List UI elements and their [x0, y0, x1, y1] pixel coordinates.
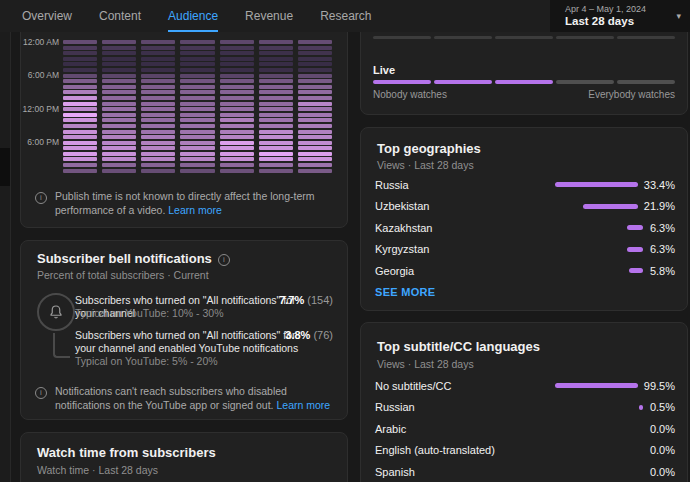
heatmap-cell: [63, 146, 97, 150]
publish-time-note: Publish time is not known to directly af…: [55, 189, 331, 217]
learn-more-link[interactable]: Learn more: [276, 399, 330, 411]
partial-slider[interactable]: [373, 36, 675, 39]
heatmap-cell: [259, 79, 293, 83]
heatmap-cell: [102, 130, 136, 134]
slider-segment[interactable]: [434, 80, 492, 84]
heatmap-cell: [259, 135, 293, 139]
heatmap-cell: [220, 141, 254, 145]
slider-segment[interactable]: [373, 36, 431, 39]
live-slider-ends: Nobody watches Everybody watches: [373, 89, 675, 100]
live-slider[interactable]: [373, 80, 675, 84]
card-subtitle: Watch time · Last 28 days: [37, 464, 158, 476]
tab-revenue[interactable]: Revenue: [245, 0, 293, 32]
heatmap-row: [63, 169, 332, 173]
heatmap-row: [63, 46, 332, 50]
heatmap-cell: [259, 163, 293, 167]
slider-segment[interactable]: [556, 80, 614, 84]
heatmap-cell: [141, 90, 175, 94]
stat-label: No subtitles/CC: [375, 380, 553, 392]
heatmap-cell: [220, 152, 254, 156]
stat-bar: [629, 268, 643, 273]
card-title: Watch time from subscribers: [37, 445, 216, 460]
heatmap-cell: [180, 107, 214, 111]
heatmap-cell: [298, 124, 332, 128]
top-subtitle-languages-card: Top subtitle/CC languages Views · Last 2…: [360, 322, 688, 482]
heatmap-cell: [298, 85, 332, 89]
heatmap-cell: [102, 163, 136, 167]
slider-segment[interactable]: [556, 36, 614, 39]
heatmap-cell: [141, 40, 175, 44]
heatmap-row: [63, 79, 332, 83]
publish-time-heatmap[interactable]: [63, 40, 332, 173]
slider-segment[interactable]: [495, 80, 553, 84]
heatmap-cell: [63, 51, 97, 55]
top-geographies-card: Top geographies Views · Last 28 days Rus…: [360, 127, 688, 311]
bell-row-value: 3.8% (76): [285, 329, 333, 341]
slider-segment[interactable]: [434, 36, 492, 39]
heatmap-cell: [102, 90, 136, 94]
heatmap-cell: [298, 118, 332, 122]
heatmap-cell: [141, 124, 175, 128]
heatmap-cell: [220, 113, 254, 117]
stat-label: Kyrgyzstan: [375, 243, 558, 255]
heatmap-cell: [259, 62, 293, 66]
tab-audience[interactable]: Audience: [168, 0, 218, 32]
stat-bar-track: [553, 182, 638, 187]
heatmap-cell: [180, 157, 214, 161]
heatmap-cell: [220, 107, 254, 111]
heatmap-cell: [220, 118, 254, 122]
subtitle-row: English (auto-translated)0.0%: [375, 440, 675, 462]
stat-bar-track: [553, 383, 638, 388]
scrollbar-thumb[interactable]: [0, 148, 10, 186]
see-more-button[interactable]: SEE MORE: [375, 286, 435, 298]
slider-segment[interactable]: [617, 36, 675, 39]
heatmap-cell: [102, 157, 136, 161]
heatmap-cell: [180, 152, 214, 156]
geo-row: Georgia5.8%: [375, 260, 675, 282]
heatmap-cell: [63, 96, 97, 100]
heatmap-cell: [298, 62, 332, 66]
heatmap-cell: [180, 74, 214, 78]
heatmap-cell: [259, 46, 293, 50]
card-title: Top subtitle/CC languages: [377, 339, 540, 354]
stat-label: Arabic: [375, 423, 558, 435]
heatmap-cell: [220, 130, 254, 134]
heatmap-cell: [63, 57, 97, 61]
tab-research[interactable]: Research: [320, 0, 371, 32]
learn-more-link[interactable]: Learn more: [168, 204, 222, 216]
best-time-to-publish-card: 12:00 AM 6:00 AM 12:00 PM 6:00 PM i Publ…: [20, 0, 348, 228]
heatmap-cell: [180, 118, 214, 122]
heatmap-cell: [180, 68, 214, 72]
heatmap-row: [63, 74, 332, 78]
stat-bar: [627, 247, 643, 252]
heatmap-cell: [63, 85, 97, 89]
heatmap-cell: [180, 102, 214, 106]
bell-row-count: (154): [307, 294, 333, 306]
heatmap-cell: [141, 118, 175, 122]
heatmap-hour-label: 6:00 PM: [21, 137, 59, 148]
slider-segment[interactable]: [495, 36, 553, 39]
bell-note: Notifications can't reach subscribers wh…: [55, 384, 333, 412]
heatmap-cell: [220, 74, 254, 78]
info-icon[interactable]: i: [218, 254, 230, 266]
heatmap-row: [63, 141, 332, 145]
heatmap-cell: [141, 141, 175, 145]
slider-segment[interactable]: [617, 80, 675, 84]
heatmap-row: [63, 152, 332, 156]
heatmap-cell: [259, 124, 293, 128]
stat-percent: 0.0%: [649, 466, 675, 478]
heatmap-cell: [63, 68, 97, 72]
heatmap-cell: [180, 40, 214, 44]
heatmap-cell: [220, 85, 254, 89]
slider-segment[interactable]: [373, 80, 431, 84]
heatmap-cell: [102, 62, 136, 66]
heatmap-row: [63, 146, 332, 150]
card-subtitle: Views · Last 28 days: [377, 358, 474, 370]
heatmap-cell: [141, 135, 175, 139]
heatmap-cell: [180, 169, 214, 173]
tab-overview[interactable]: Overview: [22, 0, 72, 32]
tab-content[interactable]: Content: [99, 0, 141, 32]
heatmap-cell: [259, 40, 293, 44]
date-range-picker[interactable]: Apr 4 – May 1, 2024 Last 28 days ▾: [550, 0, 690, 32]
heatmap-cell: [63, 141, 97, 145]
